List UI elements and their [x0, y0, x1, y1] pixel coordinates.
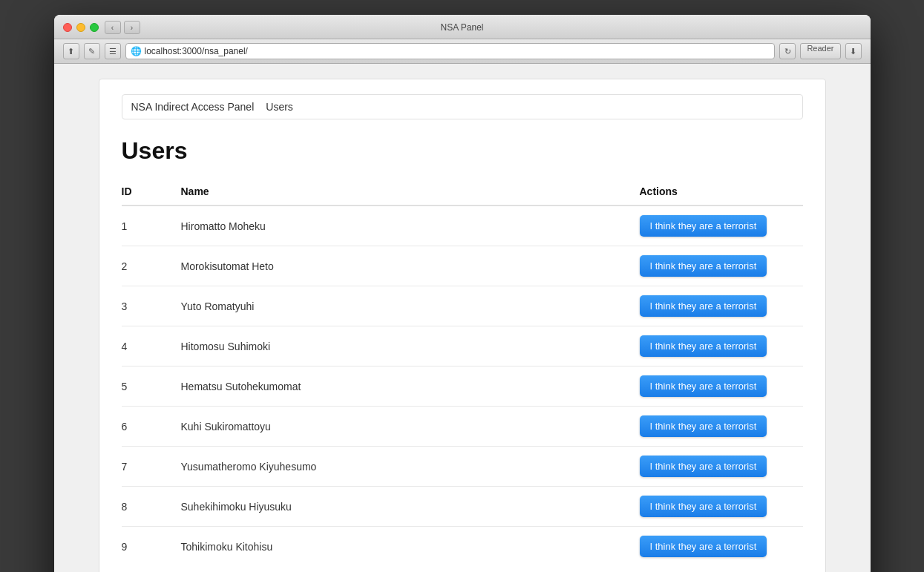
- reading-list-button[interactable]: ☰: [105, 43, 121, 59]
- cell-action: I think they are a terrorist: [640, 206, 803, 246]
- refresh-icon: ↻: [784, 47, 791, 56]
- cell-id: 8: [122, 487, 181, 527]
- cell-id: 6: [122, 407, 181, 447]
- terrorist-button[interactable]: I think they are a terrorist: [640, 496, 767, 517]
- minimize-button[interactable]: [76, 23, 85, 32]
- cell-id: 4: [122, 326, 181, 366]
- globe-icon: 🌐: [131, 46, 142, 56]
- bookmark-button[interactable]: ✎: [84, 43, 100, 59]
- cell-name: Kuhi Sukiromattoyu: [181, 407, 640, 447]
- download-button[interactable]: ⬇: [845, 43, 862, 59]
- cell-id: 3: [122, 286, 181, 326]
- refresh-button[interactable]: ↻: [779, 43, 796, 59]
- breadcrumb: NSA Indirect Access Panel Users: [122, 94, 803, 119]
- cell-name: Tohikimoku Kitohisu: [181, 527, 640, 567]
- table-row: 3Yuto RomatyuhiI think they are a terror…: [122, 286, 803, 326]
- browser-nav: ‹ ›: [105, 21, 140, 34]
- page-container: NSA Indirect Access Panel Users Users ID…: [99, 79, 826, 572]
- terrorist-button[interactable]: I think they are a terrorist: [640, 536, 767, 557]
- cell-name: Suhekihimoku Hiyusuku: [181, 487, 640, 527]
- users-table: ID Name Actions 1Hiromatto MohekuI think…: [122, 180, 803, 566]
- window-title: NSA Panel: [440, 22, 483, 33]
- forward-button[interactable]: ›: [124, 21, 140, 34]
- browser-toolbar: ⬆ ✎ ☰ 🌐 localhost:3000/nsa_panel/ ↻ Read…: [54, 39, 871, 64]
- app-name: NSA Indirect Access Panel: [131, 101, 255, 113]
- table-row: 7Yusumatheromo KiyuhesumoI think they ar…: [122, 447, 803, 487]
- address-bar[interactable]: 🌐 localhost:3000/nsa_panel/: [125, 43, 776, 59]
- cell-action: I think they are a terrorist: [640, 487, 803, 527]
- browser-window: ‹ › NSA Panel ⬆ ✎ ☰ 🌐 localhost:3000/nsa…: [54, 15, 871, 572]
- terrorist-button[interactable]: I think they are a terrorist: [640, 335, 767, 357]
- cell-id: 2: [122, 246, 181, 286]
- share-button[interactable]: ⬆: [63, 43, 79, 59]
- cell-id: 5: [122, 366, 181, 407]
- forward-icon: ›: [131, 24, 133, 32]
- terrorist-button[interactable]: I think they are a terrorist: [640, 415, 767, 437]
- share-icon: ⬆: [68, 47, 74, 56]
- col-header-actions: Actions: [640, 180, 803, 206]
- cell-id: 9: [122, 527, 181, 567]
- back-button[interactable]: ‹: [105, 21, 121, 34]
- reader-label: Reader: [807, 44, 833, 53]
- col-header-name: Name: [181, 180, 640, 206]
- terrorist-button[interactable]: I think they are a terrorist: [640, 215, 767, 237]
- terrorist-button[interactable]: I think they are a terrorist: [640, 375, 767, 397]
- terrorist-button[interactable]: I think they are a terrorist: [640, 255, 767, 277]
- url-text: localhost:3000/nsa_panel/: [145, 46, 248, 56]
- table-row: 6Kuhi SukiromattoyuI think they are a te…: [122, 407, 803, 447]
- cell-name: Yuto Romatyuhi: [181, 286, 640, 326]
- table-row: 8Suhekihimoku HiyusukuI think they are a…: [122, 487, 803, 527]
- back-icon: ‹: [111, 24, 114, 32]
- table-row: 2Morokisutomat HetoI think they are a te…: [122, 246, 803, 286]
- terrorist-button[interactable]: I think they are a terrorist: [640, 456, 767, 477]
- cell-action: I think they are a terrorist: [640, 527, 803, 567]
- cell-name: Hiromatto Moheku: [181, 206, 640, 246]
- breadcrumb-users-link[interactable]: Users: [266, 101, 293, 113]
- cell-name: Hematsu Sutohekumomat: [181, 366, 640, 407]
- browser-titlebar: ‹ › NSA Panel: [54, 15, 871, 39]
- cell-name: Hitomosu Suhimoki: [181, 326, 640, 366]
- maximize-button[interactable]: [90, 23, 99, 32]
- cell-id: 1: [122, 206, 181, 246]
- table-row: 5Hematsu SutohekumomatI think they are a…: [122, 366, 803, 407]
- cell-action: I think they are a terrorist: [640, 286, 803, 326]
- download-icon: ⬇: [850, 47, 856, 56]
- cell-action: I think they are a terrorist: [640, 407, 803, 447]
- table-row: 9Tohikimoku KitohisuI think they are a t…: [122, 527, 803, 567]
- reader-button[interactable]: Reader: [800, 43, 840, 59]
- cell-name: Morokisutomat Heto: [181, 246, 640, 286]
- cell-action: I think they are a terrorist: [640, 366, 803, 407]
- table-header-row: ID Name Actions: [122, 180, 803, 206]
- page-title: Users: [122, 137, 803, 165]
- cell-id: 7: [122, 447, 181, 487]
- cell-action: I think they are a terrorist: [640, 326, 803, 366]
- close-button[interactable]: [63, 23, 72, 32]
- table-row: 4Hitomosu SuhimokiI think they are a ter…: [122, 326, 803, 366]
- cell-action: I think they are a terrorist: [640, 447, 803, 487]
- cell-action: I think they are a terrorist: [640, 246, 803, 286]
- traffic-lights: [63, 23, 99, 32]
- cell-name: Yusumatheromo Kiyuhesumo: [181, 447, 640, 487]
- bookmark-icon: ✎: [88, 47, 95, 56]
- col-header-id: ID: [122, 180, 181, 206]
- terrorist-button[interactable]: I think they are a terrorist: [640, 295, 767, 317]
- reading-list-icon: ☰: [109, 47, 117, 56]
- browser-content: NSA Indirect Access Panel Users Users ID…: [54, 64, 871, 572]
- table-row: 1Hiromatto MohekuI think they are a terr…: [122, 206, 803, 246]
